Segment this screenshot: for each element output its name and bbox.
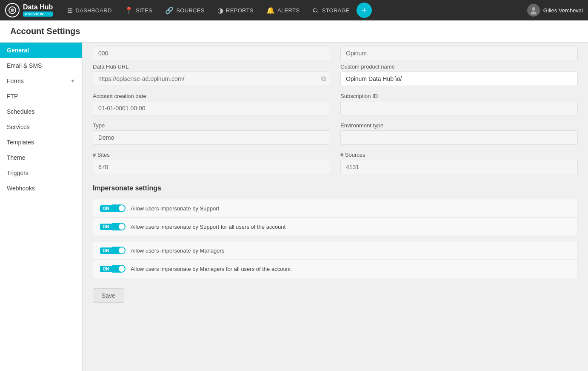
sidebar-item-forms[interactable]: Forms ▼ bbox=[0, 73, 82, 89]
label-account-creation-date: Account creation date bbox=[93, 93, 330, 99]
nav-item-sites[interactable]: 📍 SITES bbox=[119, 4, 158, 17]
topbar-nav: ⊞ DASHBOARD 📍 SITES 🔗 SOURCES ◑ REPORTS … bbox=[61, 3, 525, 18]
svg-point-2 bbox=[532, 7, 535, 11]
sidebar-label-triggers: Triggers bbox=[7, 170, 29, 176]
field-sites: # Sites bbox=[93, 152, 330, 174]
save-button[interactable]: Save bbox=[93, 288, 124, 303]
dashboard-icon: ⊞ bbox=[67, 6, 73, 14]
main-content: Data Hub URL ⧉ Custom product name Accou… bbox=[83, 43, 588, 371]
nav-item-storage[interactable]: 🗂 STORAGE bbox=[306, 4, 356, 17]
nav-label-sources: SOURCES bbox=[176, 7, 204, 14]
type-input[interactable] bbox=[93, 130, 330, 145]
sidebar: General Email & SMS Forms ▼ FTP Schedule… bbox=[0, 43, 83, 371]
svg-point-3 bbox=[531, 12, 537, 14]
label-sources: # Sources bbox=[340, 152, 578, 158]
toggle-switch-support-1 bbox=[112, 204, 126, 212]
sidebar-label-templates: Templates bbox=[7, 139, 34, 146]
sidebar-item-templates[interactable]: Templates bbox=[0, 135, 82, 150]
toggle-support-2[interactable]: ON bbox=[100, 223, 126, 230]
copy-icon[interactable]: ⧉ bbox=[321, 75, 326, 83]
alerts-icon: 🔔 bbox=[266, 6, 275, 14]
sidebar-label-webhooks: Webhooks bbox=[7, 185, 35, 192]
form-row-url-name: Data Hub URL ⧉ Custom product name bbox=[93, 63, 578, 86]
toggle-label-support-1: ON bbox=[100, 205, 112, 212]
nav-label-sites: SITES bbox=[136, 7, 152, 14]
topbar-user[interactable]: Gilles Vercheval bbox=[527, 4, 583, 17]
nav-item-dashboard[interactable]: ⊞ DASHBOARD bbox=[61, 4, 117, 17]
sites-icon: 📍 bbox=[125, 6, 133, 14]
label-custom-product-name: Custom product name bbox=[340, 63, 578, 70]
sidebar-label-schedules: Schedules bbox=[7, 108, 34, 115]
user-name: Gilles Vercheval bbox=[543, 7, 583, 14]
impersonate-text-support-2: Allow users impersonate by Support for a… bbox=[131, 224, 285, 230]
subscription-id-input[interactable] bbox=[340, 101, 578, 115]
field-account-creation-date: Account creation date bbox=[93, 93, 330, 115]
chevron-down-icon: ▼ bbox=[70, 78, 75, 84]
sidebar-item-ftp[interactable]: FTP bbox=[0, 89, 82, 104]
form-row-sites-sources: # Sites # Sources bbox=[93, 152, 578, 174]
impersonate-item-managers-2: ON Allow users impersonate by Managers f… bbox=[93, 259, 577, 278]
sidebar-label-general: General bbox=[7, 47, 29, 54]
topbar: Data Hub PREVIEW ⊞ DASHBOARD 📍 SITES 🔗 S… bbox=[0, 0, 588, 20]
sites-input[interactable] bbox=[93, 160, 330, 174]
account-creation-date-input[interactable] bbox=[93, 101, 330, 115]
toggle-support-1[interactable]: ON bbox=[100, 204, 126, 212]
add-button[interactable]: + bbox=[357, 3, 372, 18]
sidebar-item-triggers[interactable]: Triggers bbox=[0, 165, 82, 181]
field-partial-1 bbox=[93, 46, 330, 60]
sidebar-item-theme[interactable]: Theme bbox=[0, 150, 82, 165]
toggle-managers-2[interactable]: ON bbox=[100, 265, 126, 273]
field-custom-product-name: Custom product name bbox=[340, 63, 578, 86]
label-subscription-id: Subscription ID bbox=[340, 93, 578, 99]
label-type: Type bbox=[93, 122, 330, 129]
sidebar-item-schedules[interactable]: Schedules bbox=[0, 104, 82, 119]
impersonate-text-managers-1: Allow users impersonate by Managers bbox=[131, 247, 224, 254]
topbar-logo[interactable]: Data Hub PREVIEW bbox=[5, 3, 53, 17]
field-subscription-id: Subscription ID bbox=[340, 93, 578, 115]
toggle-label-managers-2: ON bbox=[100, 266, 112, 272]
field-environment-type: Environment type bbox=[340, 122, 578, 145]
page-title: Account Settings bbox=[10, 26, 80, 36]
toggle-managers-1[interactable]: ON bbox=[100, 247, 126, 254]
impersonate-item-managers-1: ON Allow users impersonate by Managers bbox=[93, 242, 577, 259]
sidebar-label-services: Services bbox=[7, 124, 30, 130]
toggle-switch-managers-1 bbox=[112, 247, 126, 254]
field-data-hub-url: Data Hub URL ⧉ bbox=[93, 63, 330, 86]
environment-type-input[interactable] bbox=[340, 130, 578, 145]
partial-input-2[interactable] bbox=[340, 46, 578, 60]
logo-text: Data Hub bbox=[23, 4, 53, 11]
save-section: Save bbox=[93, 288, 578, 303]
sidebar-label-email-sms: Email & SMS bbox=[7, 62, 42, 69]
storage-icon: 🗂 bbox=[312, 6, 319, 14]
sidebar-item-services[interactable]: Services bbox=[0, 119, 82, 135]
nav-label-alerts: ALERTS bbox=[277, 7, 300, 14]
impersonate-text-support-1: Allow users impersonate by Support bbox=[131, 205, 219, 212]
sidebar-item-webhooks[interactable]: Webhooks bbox=[0, 181, 82, 196]
impersonate-item-support-2: ON Allow users impersonate by Support fo… bbox=[93, 217, 577, 236]
nav-item-reports[interactable]: ◑ REPORTS bbox=[211, 4, 260, 17]
sidebar-label-forms: Forms bbox=[7, 78, 24, 84]
label-environment-type: Environment type bbox=[340, 122, 578, 129]
impersonate-text-managers-2: Allow users impersonate by Managers for … bbox=[131, 266, 291, 272]
nav-label-storage: STORAGE bbox=[322, 7, 350, 14]
toggle-label-managers-1: ON bbox=[100, 247, 112, 254]
impersonate-group-managers: ON Allow users impersonate by Managers O… bbox=[93, 241, 578, 278]
nav-item-sources[interactable]: 🔗 SOURCES bbox=[159, 4, 211, 17]
toggle-switch-managers-2 bbox=[112, 265, 126, 273]
user-avatar-icon bbox=[527, 4, 540, 17]
custom-product-name-input[interactable] bbox=[340, 72, 578, 86]
reports-icon: ◑ bbox=[217, 6, 223, 14]
field-sources: # Sources bbox=[340, 152, 578, 174]
toggle-label-support-2: ON bbox=[100, 224, 112, 230]
sidebar-item-general[interactable]: General bbox=[0, 43, 82, 58]
field-type: Type bbox=[93, 122, 330, 145]
url-input-wrapper: ⧉ bbox=[93, 72, 330, 86]
form-row-date-subscription: Account creation date Subscription ID bbox=[93, 93, 578, 115]
partial-input-1[interactable] bbox=[93, 46, 330, 60]
sidebar-item-email-sms[interactable]: Email & SMS bbox=[0, 58, 82, 73]
toggle-switch-support-2 bbox=[112, 223, 126, 230]
sources-input[interactable] bbox=[340, 160, 578, 174]
data-hub-url-input[interactable] bbox=[93, 72, 330, 86]
field-partial-2 bbox=[340, 46, 578, 60]
nav-item-alerts[interactable]: 🔔 ALERTS bbox=[260, 4, 305, 17]
